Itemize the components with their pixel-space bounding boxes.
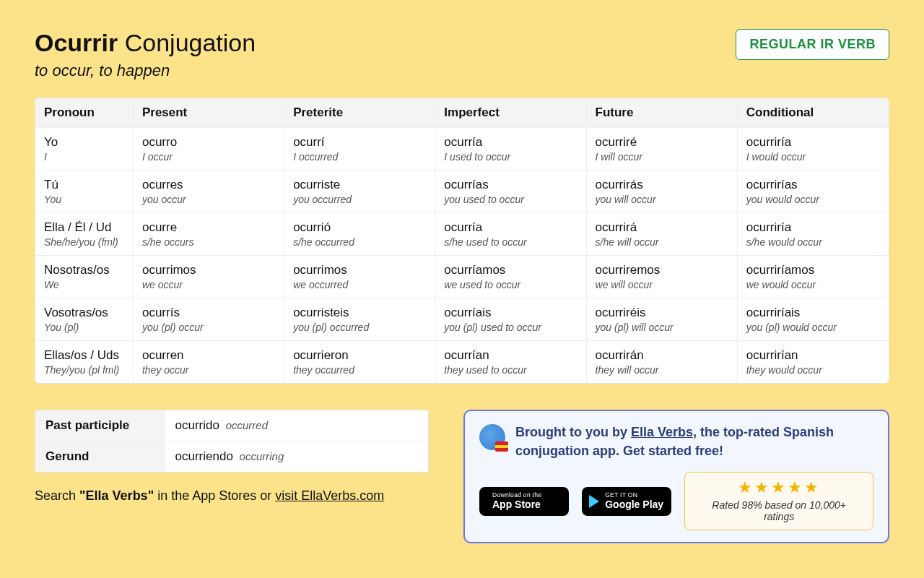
google-play-button[interactable]: GET IT ON Google Play [582,487,671,516]
verb-type-badge: REGULAR IR VERB [736,29,889,60]
title-suffix: Conjugation [125,29,256,56]
rating-text: Rated 98% based on 10,000+ ratings [697,499,861,522]
verb-translation: to occur, to happen [35,61,256,80]
table-header-row: Pronoun Present Preterite Imperfect Futu… [35,98,889,128]
header-present: Present [134,98,284,128]
preterite-cell: ocurríI occurred [284,128,435,171]
imperfect-cell: ocurríasyou used to occur [435,171,586,213]
pronoun-cell: Ellas/os / UdsThey/you (pl fml) [35,341,134,383]
imperfect-cell: ocurríamoswe used to occur [435,256,586,298]
present-cell: ocurresyou occur [134,171,284,213]
header-preterite: Preterite [284,98,435,128]
header-future: Future [587,98,738,128]
conditional-cell: ocurriríamoswe would occur [738,256,889,298]
conditional-cell: ocurriríaI would occur [738,128,889,171]
table-row: Ellas/os / UdsThey/you (pl fml)ocurrenth… [35,341,889,383]
gerund-value: ocurriendo occurring [165,441,428,472]
future-cell: ocurriréI will occur [587,128,738,171]
present-cell: ocurroI occur [134,128,284,171]
preterite-cell: ocurristeisyou (pl) occurred [284,298,435,341]
star-icons: ★★★★★ [697,478,861,497]
table-row: Ella / Él / UdShe/he/you (fml)ocurres/he… [35,213,889,256]
header-conditional: Conditional [738,98,889,128]
page-title: Ocurrir Conjugation [35,29,256,57]
table-row: Nosotras/osWeocurrimoswe occurocurrimosw… [35,256,889,298]
conditional-cell: ocurriríanthey would occur [738,341,889,383]
pronoun-cell: Ella / Él / UdShe/he/you (fml) [35,213,134,256]
present-cell: ocurres/he occurs [134,213,284,256]
imperfect-cell: ocurríanthey used to occur [435,341,586,383]
visit-link[interactable]: visit EllaVerbs.com [275,488,384,503]
pronoun-cell: YoI [35,128,134,171]
search-note: Search "Ella Verbs" in the App Stores or… [35,488,429,504]
imperfect-cell: ocurríaI used to occur [435,128,586,171]
promo-box: Brought to you by Ella Verbs, the top-ra… [463,410,889,543]
conjugation-table: Pronoun Present Preterite Imperfect Futu… [35,98,889,384]
imperfect-cell: ocurrías/he used to occur [435,213,586,256]
future-cell: ocurrirás/he will occur [587,213,738,256]
gerund-row: Gerund ocurriendo occurring [35,441,428,472]
play-icon [589,495,599,508]
imperfect-cell: ocurríaisyou (pl) used to occur [435,298,586,341]
future-cell: ocurriremoswe will occur [587,256,738,298]
past-participle-row: Past participle ocurrido occurred [35,410,428,441]
pronoun-cell: Vosotras/osYou (pl) [35,298,134,341]
preterite-cell: ocurrimoswe occurred [284,256,435,298]
header-pronoun: Pronoun [35,98,134,128]
table-row: TúYouocurresyou occurocurristeyou occurr… [35,171,889,213]
table-row: YoIocurroI occurocurríI occurredocurríaI… [35,128,889,171]
gerund-label: Gerund [35,441,165,472]
present-cell: ocurrísyou (pl) occur [134,298,284,341]
preterite-cell: ocurristeyou occurred [284,171,435,213]
present-cell: ocurrimoswe occur [134,256,284,298]
present-cell: ocurrenthey occur [134,341,284,383]
future-cell: ocurriréisyou (pl) will occur [587,298,738,341]
app-store-button[interactable]: Download on the App Store [479,487,569,516]
preterite-cell: ocurrieronthey occurred [284,341,435,383]
participle-table: Past participle ocurrido occurred Gerund… [35,410,429,473]
future-cell: ocurrirásyou will occur [587,171,738,213]
header-imperfect: Imperfect [435,98,586,128]
preterite-cell: ocurriós/he occurred [284,213,435,256]
ella-verbs-link[interactable]: Ella Verbs [631,425,693,439]
conditional-cell: ocurrirías/he would occur [738,213,889,256]
past-participle-label: Past participle [35,410,165,441]
pronoun-cell: TúYou [35,171,134,213]
pronoun-cell: Nosotras/osWe [35,256,134,298]
verb-name: Ocurrir [35,29,118,56]
conditional-cell: ocurriríasyou would occur [738,171,889,213]
promo-text: Brought to you by Ella Verbs, the top-ra… [515,423,873,460]
past-participle-value: ocurrido occurred [165,410,428,441]
rating-box: ★★★★★ Rated 98% based on 10,000+ ratings [684,472,873,530]
table-row: Vosotras/osYou (pl)ocurrísyou (pl) occur… [35,298,889,341]
conditional-cell: ocurriríaisyou (pl) would occur [738,298,889,341]
app-logo-icon [479,424,505,450]
future-cell: ocurriránthey will occur [587,341,738,383]
